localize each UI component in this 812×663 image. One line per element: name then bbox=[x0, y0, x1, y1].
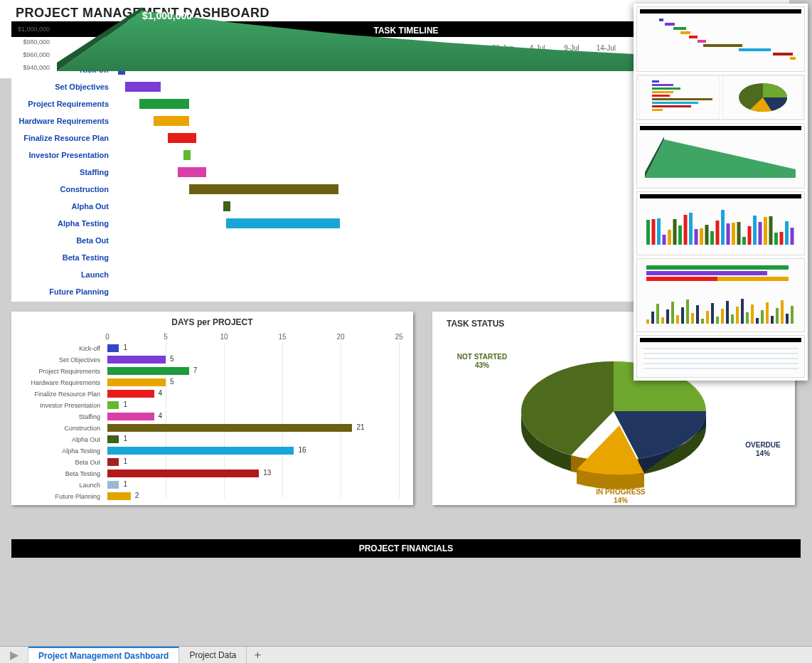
svg-rect-51 bbox=[790, 228, 794, 245]
days-value: 1 bbox=[123, 457, 127, 465]
svg-rect-26 bbox=[657, 218, 661, 245]
thumb-multicolor-bars[interactable] bbox=[636, 191, 805, 255]
days-bar bbox=[107, 458, 119, 466]
days-row: Construction21 bbox=[11, 423, 399, 434]
days-bar bbox=[107, 481, 119, 489]
gantt-row: Construction bbox=[11, 181, 634, 198]
days-row-label: Finalize Resource Plan bbox=[11, 391, 104, 398]
svg-rect-84 bbox=[786, 314, 789, 324]
days-row-label: Launch bbox=[11, 482, 104, 489]
gantt-row: Finalize Resource Plan bbox=[11, 129, 634, 147]
svg-rect-76 bbox=[746, 312, 749, 324]
svg-rect-77 bbox=[751, 304, 754, 324]
thumb-financials[interactable] bbox=[636, 123, 805, 189]
thumb-table[interactable] bbox=[636, 335, 805, 378]
svg-rect-14 bbox=[652, 87, 680, 90]
days-per-project-panel: DAYS per PROJECT 0510152025 Kick-off1Set… bbox=[11, 312, 413, 505]
days-rows: Kick-off1Set Objectives5Project Requirem… bbox=[11, 343, 399, 502]
tab-project-data[interactable]: Project Data bbox=[179, 647, 247, 663]
svg-rect-40 bbox=[732, 223, 735, 245]
svg-rect-72 bbox=[726, 301, 729, 324]
svg-rect-60 bbox=[666, 309, 669, 324]
gantt-bar bbox=[189, 184, 338, 194]
add-sheet-button[interactable]: + bbox=[247, 647, 268, 663]
days-row: Investor Presentation1 bbox=[11, 400, 399, 411]
days-row: Project Requirements7 bbox=[11, 366, 399, 377]
days-row-label: Project Requirements bbox=[11, 368, 104, 375]
gantt-row: Alpha Out bbox=[11, 198, 634, 215]
gantt-row: Hardware Requirements bbox=[11, 112, 634, 129]
svg-rect-33 bbox=[694, 229, 698, 245]
dashboard-thumbnail-strip[interactable] bbox=[634, 4, 808, 381]
days-bar bbox=[107, 447, 294, 455]
svg-rect-12 bbox=[652, 80, 659, 83]
svg-rect-32 bbox=[689, 213, 693, 245]
svg-rect-50 bbox=[785, 221, 789, 245]
svg-rect-62 bbox=[676, 315, 679, 324]
thumb-timeline[interactable] bbox=[636, 6, 805, 72]
svg-rect-61 bbox=[671, 302, 674, 324]
thumb-days-and-pie[interactable] bbox=[636, 75, 805, 120]
svg-rect-82 bbox=[776, 308, 779, 324]
svg-rect-70 bbox=[716, 317, 719, 324]
days-bar bbox=[107, 492, 131, 500]
svg-rect-37 bbox=[715, 221, 719, 245]
svg-rect-3 bbox=[665, 23, 675, 26]
days-tick: 25 bbox=[395, 333, 402, 341]
days-bar bbox=[107, 367, 189, 375]
days-row: Alpha Out1 bbox=[11, 434, 399, 445]
svg-rect-25 bbox=[651, 219, 655, 245]
days-row-label: Construction bbox=[11, 425, 104, 432]
svg-rect-45 bbox=[758, 222, 762, 245]
days-row: Alpha Testing16 bbox=[11, 445, 399, 457]
project-financials-band: PROJECT FINANCIALS bbox=[11, 539, 801, 558]
svg-rect-30 bbox=[678, 226, 682, 245]
days-value: 7 bbox=[193, 366, 198, 374]
tab-project-management-dashboard[interactable]: Project Management Dashboard bbox=[28, 647, 179, 663]
days-value: 1 bbox=[123, 480, 127, 488]
svg-rect-20 bbox=[652, 109, 663, 111]
gantt-bar bbox=[178, 167, 206, 177]
days-bar bbox=[107, 378, 166, 386]
gantt-row: Beta Testing bbox=[11, 249, 634, 266]
svg-rect-28 bbox=[668, 230, 671, 245]
gantt-bar bbox=[223, 201, 230, 211]
svg-rect-79 bbox=[761, 310, 764, 324]
days-row-label: Beta Out bbox=[11, 459, 104, 466]
days-value: 5 bbox=[170, 378, 174, 386]
svg-rect-75 bbox=[741, 299, 744, 324]
thumb-stacked-and-bars[interactable] bbox=[636, 258, 805, 332]
gantt-bar bbox=[226, 218, 340, 228]
gantt-row: Investor Presentation bbox=[11, 147, 634, 164]
svg-rect-34 bbox=[700, 228, 703, 245]
days-bar bbox=[107, 413, 154, 420]
days-value: 4 bbox=[159, 389, 163, 397]
financials-peak-label: $1,000,000 bbox=[142, 10, 192, 21]
svg-rect-35 bbox=[705, 225, 708, 245]
days-value: 1 bbox=[123, 401, 127, 408]
svg-rect-16 bbox=[652, 95, 670, 97]
svg-rect-39 bbox=[726, 223, 730, 245]
svg-rect-57 bbox=[651, 312, 654, 324]
days-bar bbox=[107, 401, 119, 409]
days-row-label: Kick-off bbox=[11, 345, 104, 352]
days-bar bbox=[107, 470, 259, 477]
gantt-task-label: Project Requirements bbox=[11, 100, 114, 108]
svg-rect-65 bbox=[691, 313, 694, 324]
svg-rect-11 bbox=[790, 57, 796, 60]
days-row: Launch1 bbox=[11, 479, 399, 491]
svg-rect-8 bbox=[703, 44, 742, 47]
gantt-rows: Kick-offSet ObjectivesProject Requiremen… bbox=[11, 61, 634, 300]
sheet-scroll-icon[interactable]: ▶ bbox=[0, 647, 28, 663]
days-tick: 5 bbox=[164, 333, 168, 341]
gantt-bar bbox=[154, 116, 189, 126]
gantt-bar bbox=[125, 82, 161, 92]
days-row: Set Objectives5 bbox=[11, 354, 399, 366]
gantt-task-label: Set Objectives bbox=[11, 83, 114, 91]
svg-rect-15 bbox=[652, 91, 673, 93]
svg-rect-56 bbox=[646, 319, 649, 324]
svg-rect-42 bbox=[742, 237, 746, 245]
svg-rect-41 bbox=[737, 222, 740, 245]
svg-rect-24 bbox=[646, 220, 650, 245]
days-value: 21 bbox=[356, 423, 364, 431]
